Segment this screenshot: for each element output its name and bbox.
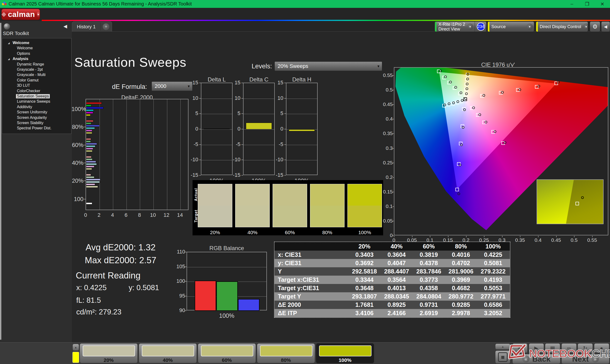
- swatch-button-label: 100%: [316, 357, 374, 363]
- sidebar-item-label: 3D LUT: [17, 83, 30, 88]
- sidebar-item-dynamic-range[interactable]: Dynamic Range: [2, 62, 71, 67]
- sidebar-item-grayscale-multi[interactable]: Grayscale - Multi: [2, 72, 71, 78]
- display-control-status-edge: [536, 22, 538, 32]
- bar-red: [195, 281, 216, 311]
- tab-history-1[interactable]: History 1 +: [72, 21, 112, 32]
- saturation-button-60%[interactable]: 60%: [198, 343, 256, 363]
- sidebar-item-colorchecker[interactable]: ColorChecker: [2, 88, 71, 94]
- saturation-button-100%[interactable]: 100%: [316, 343, 374, 363]
- swatch-button-label: 20%: [80, 357, 138, 363]
- delta_c-bar: [246, 123, 272, 129]
- sidebar-item-label: Welcome: [17, 46, 33, 50]
- target-swatch: [348, 206, 382, 227]
- display-control-dropdown[interactable]: Direct Display Control ▼: [536, 21, 588, 32]
- yellow-measured-circle: [466, 78, 469, 80]
- loop-button[interactable]: ∞: [561, 343, 577, 353]
- calman-logo-button[interactable]: calman ▼: [1, 9, 40, 20]
- close-button[interactable]: ✕: [595, 0, 610, 8]
- swatch-label: 40%: [235, 230, 270, 235]
- maximize-button[interactable]: ❐: [580, 0, 595, 8]
- y-tick: 100: [176, 278, 185, 284]
- sidebar-item-additivity[interactable]: Additivity: [2, 104, 71, 110]
- tick-mark: [392, 104, 394, 105]
- tick-mark: [502, 236, 503, 237]
- current-x: x: 0.4225: [76, 284, 107, 292]
- meter-dropdown[interactable]: X-Rite i1Pro 2Direct View ▼ 234: [435, 21, 487, 32]
- sphere-button[interactable]: [4, 23, 10, 29]
- swatch-color: [142, 345, 194, 356]
- refresh-button[interactable]: ↻: [578, 343, 593, 353]
- source-dropdown[interactable]: Source ▼: [488, 21, 534, 32]
- tick-mark: [556, 236, 557, 237]
- row-label: ΔE ITP: [274, 310, 348, 317]
- table-row: Target Y293.1807288.0345284.0804280.9772…: [274, 292, 510, 301]
- meter-count-badge: 234: [477, 23, 485, 31]
- sidebar-item-welcome[interactable]: Welcome: [2, 46, 71, 51]
- sidebar-item-color-gamut[interactable]: Color Gamut: [2, 78, 71, 83]
- layout-button[interactable]: ▦: [545, 343, 560, 353]
- actual-swatch: [348, 184, 382, 206]
- stop-button[interactable]: ■: [495, 351, 510, 364]
- swatch-label: 20%: [198, 230, 232, 235]
- swatch-column-40%: 40%: [235, 184, 270, 227]
- source-status-edge: [488, 22, 489, 32]
- y-tick: -15: [188, 172, 198, 178]
- tick-mark: [392, 119, 394, 119]
- x-tick: 8: [136, 212, 143, 218]
- sidebar-item-label: Grayscale - 2pt: [17, 67, 43, 72]
- sidebar-collapse-icon[interactable]: ◀: [61, 22, 70, 30]
- sidebar-item-analysis[interactable]: ◢Analysis: [2, 56, 71, 62]
- back-button[interactable]: « Back: [512, 354, 560, 364]
- sidebar-item-grayscale-2pt[interactable]: Grayscale - 2pt: [2, 67, 71, 72]
- camera-button[interactable]: ◉: [512, 343, 528, 353]
- current-cdm2: cd/m²: 279.23: [76, 308, 121, 316]
- saturation-button-40%[interactable]: 40%: [139, 343, 197, 363]
- sidebar-item-spectral-power-dist-[interactable]: Spectral Power Dist.: [2, 126, 71, 131]
- sidebar-item-label: Screen Angularity: [17, 116, 47, 120]
- gridline: [187, 267, 266, 267]
- sidebar-item-3d-lut[interactable]: 3D LUT: [2, 83, 71, 88]
- sidebar-item-luminance-sweeps[interactable]: Luminance Sweeps: [2, 99, 71, 104]
- record-button[interactable]: ●: [594, 343, 609, 353]
- red-measured-circle: [557, 81, 560, 83]
- sidebar-item-screen-uniformity[interactable]: Screen Uniformity: [2, 110, 71, 115]
- sidebar-item-screen-stability[interactable]: Screen Stability: [2, 120, 71, 126]
- tick-mark: [392, 206, 394, 207]
- panel-up-button[interactable]: ▲: [495, 343, 510, 350]
- saturation-button-80%[interactable]: 80%: [257, 343, 315, 363]
- sidebar-item-label: Dynamic Range: [17, 62, 44, 66]
- max-de2000: Max dE2000: 2.57: [76, 255, 165, 265]
- add-tab-button[interactable]: +: [103, 23, 109, 30]
- saturation-button-20%[interactable]: 20%: [79, 343, 138, 363]
- sidebar-item-options[interactable]: Options: [2, 51, 71, 56]
- y-tick: 0: [230, 126, 240, 132]
- cie-y-tick: 0.25: [381, 160, 393, 166]
- y-tick: 5: [188, 110, 198, 117]
- play-button[interactable]: ▶: [529, 343, 544, 353]
- sidebar-scrollbar[interactable]: [0, 23, 1, 340]
- tree-expand-icon[interactable]: ◢: [8, 42, 10, 44]
- tick-mark: [448, 236, 448, 237]
- logo-menu-caret[interactable]: ▼: [37, 12, 40, 18]
- sidebar-item-welcome[interactable]: ◢Welcome: [2, 40, 71, 46]
- swatch-scroll-up-button[interactable]: ▲: [72, 344, 79, 351]
- chevron-left-icon: «: [522, 355, 530, 363]
- bar-magenta: [86, 130, 92, 131]
- logo-row: calman ▼: [0, 8, 610, 21]
- de-formula-dropdown[interactable]: 2000 ▼: [152, 81, 193, 91]
- swatch-pair: [235, 184, 270, 227]
- sidebar-item-saturation-sweeps[interactable]: Saturation Sweeps: [2, 94, 71, 99]
- next-button[interactable]: Next »: [561, 354, 610, 364]
- sidebar-item-label: Additivity: [17, 105, 32, 109]
- panel-collapse-button[interactable]: ◀: [601, 21, 610, 32]
- current-fl: fL: 81.5: [76, 296, 101, 305]
- y-tick-mark: [284, 144, 286, 145]
- y-tick-mark: [284, 129, 286, 129]
- settings-button[interactable]: ⚙: [590, 21, 600, 32]
- minimize-button[interactable]: –: [564, 0, 580, 8]
- tree-expand-icon[interactable]: ◢: [8, 58, 10, 60]
- cell-value: 279.2322: [477, 268, 509, 275]
- gridline: [167, 99, 167, 210]
- sidebar-item-screen-angularity[interactable]: Screen Angularity: [2, 115, 71, 120]
- levels-dropdown[interactable]: 20% Sweeps ▼: [274, 62, 382, 71]
